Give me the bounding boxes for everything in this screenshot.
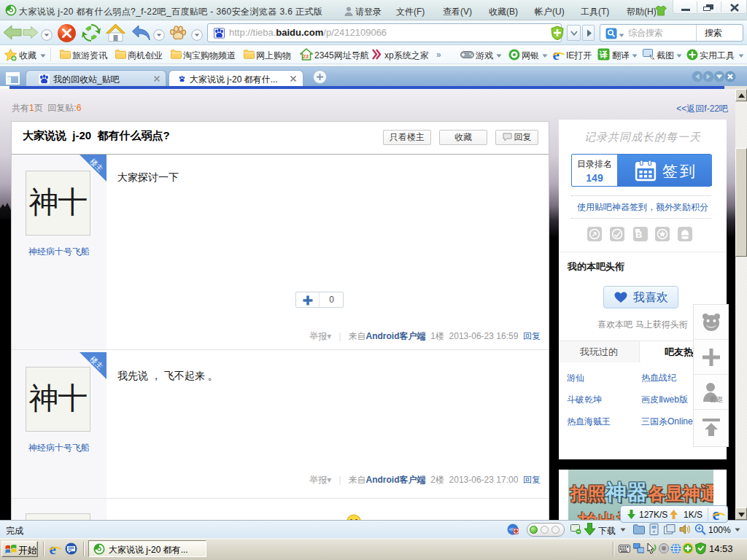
svg-text:23: 23 xyxy=(303,54,309,59)
svg-text:译: 译 xyxy=(600,50,608,59)
